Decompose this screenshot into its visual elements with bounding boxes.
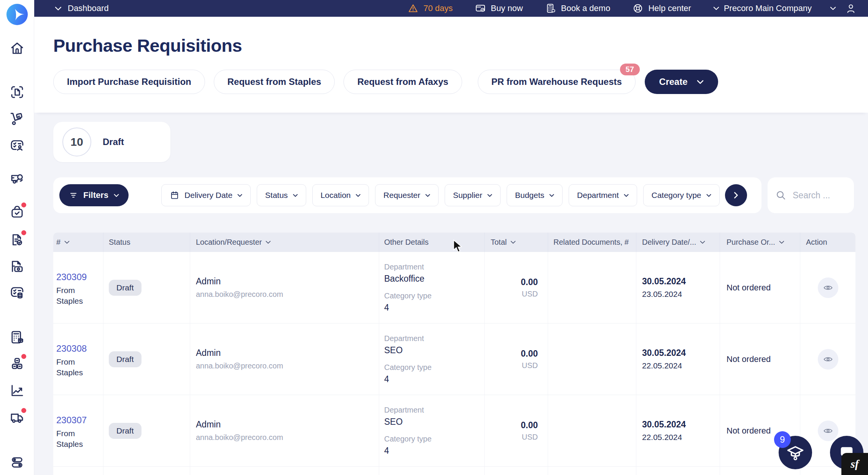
filter-budgets[interactable]: Budgets (507, 184, 563, 206)
import-purchase-requisition-button[interactable]: Import Purchase Requisition (53, 70, 205, 94)
column-header-total[interactable]: Total (485, 233, 548, 252)
buy-now-label: Buy now (491, 3, 523, 13)
preview-button[interactable] (818, 277, 838, 298)
preview-button[interactable] (818, 421, 838, 441)
warning-triangle-icon (407, 3, 419, 14)
chevron-down-icon (624, 194, 629, 197)
sidebar-item-scan-document[interactable] (9, 84, 25, 100)
precoro-logo[interactable] (6, 4, 28, 25)
sidebar-item-purchase-orders[interactable] (9, 204, 25, 220)
notification-dot (21, 408, 26, 413)
delivery-date: 30.05.2024 (642, 348, 720, 358)
column-header-other-details: Other Details (379, 233, 485, 252)
company-selector[interactable]: Precoro Main Company (713, 3, 812, 13)
sidebar-item-invoices[interactable] (9, 285, 25, 301)
filter-requester[interactable]: Requester (375, 184, 439, 206)
filter-supplier[interactable]: Supplier (445, 184, 501, 206)
requisitions-table: # Status Location/Requester Other Detail… (53, 233, 855, 475)
requisition-source: From Staples (56, 428, 86, 449)
page-title: Purchase Requisitions (53, 35, 242, 56)
user-icon (845, 3, 857, 14)
sidebar-item-track-delivery[interactable] (9, 171, 25, 186)
sidebar-item-budgets[interactable] (9, 329, 25, 345)
trial-days-warning[interactable]: 70 days (407, 3, 453, 14)
notification-dot (21, 230, 26, 235)
column-header-status: Status (103, 233, 190, 252)
requester-email: anna.boiko@precoro.com (196, 362, 379, 370)
education-button[interactable]: 9 (779, 436, 812, 469)
requisition-link[interactable]: 230309 (56, 272, 103, 282)
company-name: Precoro Main Company (724, 3, 812, 13)
buy-now-button[interactable]: Buy now (475, 3, 523, 14)
filter-department[interactable]: Department (569, 184, 637, 206)
sidebar-item-procurement-cart[interactable] (9, 111, 25, 127)
requisition-link[interactable]: 230307 (56, 415, 103, 426)
column-header-purchase-order[interactable]: Purchase Or... (720, 233, 800, 252)
sidebar-item-settings[interactable] (9, 454, 25, 470)
sidebar-item-expenses[interactable] (9, 258, 25, 274)
status-badge: Draft (109, 351, 141, 367)
preview-button[interactable] (818, 349, 838, 370)
requisition-link[interactable]: 230308 (56, 343, 103, 354)
filter-label: Status (265, 191, 288, 200)
sidebar-item-warehouse[interactable] (9, 410, 25, 426)
requester-name: Admin (196, 276, 379, 287)
department-value: Backoffice (384, 274, 484, 284)
chevron-right-icon (734, 192, 738, 199)
sidebar-item-home[interactable] (9, 40, 25, 56)
department-label: Department (384, 263, 484, 271)
chevron-down-icon (830, 6, 836, 10)
column-header-id[interactable]: # (53, 233, 103, 252)
book-demo-button[interactable]: Book a demo (545, 3, 610, 14)
request-from-staples-button[interactable]: Request from Staples (214, 70, 335, 94)
warehouse-count-badge: 57 (620, 64, 640, 75)
filter-bar: Filters Delivery Date Status Location Re… (53, 177, 761, 213)
request-from-afaxys-button[interactable]: Request from Afaxys (343, 70, 462, 94)
table-row: 230307 From Staples Draft Admin anna.boi… (53, 395, 855, 467)
filter-category-type[interactable]: Category type (643, 184, 720, 206)
requester-name: Admin (196, 419, 379, 430)
draft-count: 10 (62, 128, 91, 156)
column-header-action: Action (800, 233, 855, 252)
requester-email: anna.boiko@precoro.com (196, 433, 379, 442)
calendar-icon (170, 190, 180, 200)
dashboard-menu[interactable]: Dashboard (55, 3, 109, 13)
secondary-date: 22.05.2024 (642, 433, 720, 442)
column-header-delivery-date[interactable]: Delivery Date/... (636, 233, 720, 252)
eye-icon (823, 354, 833, 365)
category-value: 4 (384, 446, 484, 456)
more-filters-button[interactable] (725, 184, 747, 206)
sidebar-item-approvals[interactable] (9, 138, 25, 154)
staples-label: Request from Staples (227, 77, 321, 87)
category-label: Category type (384, 292, 484, 300)
credit-card-icon (475, 3, 486, 14)
sf-label: sf (851, 457, 859, 470)
category-value: 4 (384, 374, 484, 384)
secondary-date: 22.05.2024 (642, 361, 720, 370)
help-center-button[interactable]: Help center (632, 3, 691, 14)
filter-delivery-date[interactable]: Delivery Date (161, 184, 251, 206)
sf-debug-toolbar-button[interactable]: sf (841, 453, 868, 475)
department-label: Department (384, 406, 484, 414)
related-documents-cell (548, 324, 636, 395)
sidebar-item-receipts[interactable] (9, 232, 25, 248)
eye-icon (823, 282, 833, 293)
sort-icon (779, 241, 784, 244)
sort-icon (64, 241, 70, 244)
column-header-location-requester[interactable]: Location/Requester (190, 233, 379, 252)
filter-label: Delivery Date (184, 191, 232, 200)
create-button[interactable]: Create (645, 70, 718, 94)
filter-status[interactable]: Status (257, 184, 306, 206)
category-label: Category type (384, 363, 484, 372)
sidebar-item-reports[interactable] (9, 383, 25, 398)
purchase-order-status: Not ordered (727, 354, 800, 364)
filters-button[interactable]: Filters (59, 184, 129, 206)
search-input[interactable] (793, 190, 842, 201)
requester-name: Admin (196, 348, 379, 358)
filter-location[interactable]: Location (312, 184, 369, 206)
draft-summary-card[interactable]: 10 Draft (53, 122, 170, 162)
pr-from-warehouse-button[interactable]: PR from Warehouse Requests 57 (478, 70, 636, 94)
user-menu[interactable] (830, 3, 857, 14)
sidebar-item-catalogs[interactable] (9, 355, 25, 371)
notification-dot (21, 202, 26, 207)
